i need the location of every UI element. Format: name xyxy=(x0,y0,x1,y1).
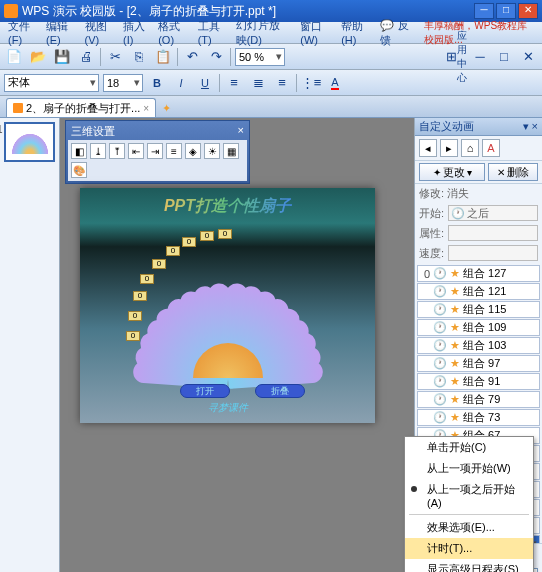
menu-insert[interactable]: 插入(I) xyxy=(119,17,152,48)
thumb-number: 1 xyxy=(0,124,3,135)
new-icon[interactable]: 📄 xyxy=(4,47,24,67)
ctx-timing[interactable]: 计时(T)... xyxy=(405,538,533,559)
3d-tilt-up-icon[interactable]: ⤒ xyxy=(109,143,125,159)
3d-color-icon[interactable]: 🎨 xyxy=(71,162,87,178)
panel-title: 自定义动画 xyxy=(419,119,474,134)
tab-label: 2、扇子的折叠与打开... xyxy=(26,101,140,116)
tab-new-icon[interactable]: ✦ xyxy=(160,100,173,117)
start-combo[interactable]: 🕐之后 xyxy=(448,205,538,221)
open-icon[interactable]: 📂 xyxy=(28,47,48,67)
tab-document[interactable]: 2、扇子的折叠与打开... × xyxy=(6,98,156,117)
menu-tools[interactable]: 工具(T) xyxy=(194,17,230,48)
property-combo[interactable] xyxy=(448,225,538,241)
anim-item[interactable]: 🕐★组合 115 xyxy=(417,301,540,318)
ctx-advanced-timeline[interactable]: 显示高级日程表(S) xyxy=(405,559,533,572)
anim-item[interactable]: 🕐★组合 91 xyxy=(417,373,540,390)
slide-open-button[interactable]: 打开 xyxy=(180,384,230,398)
slide-fold-button[interactable]: 折叠 xyxy=(255,384,305,398)
3d-tilt-left-icon[interactable]: ⇤ xyxy=(128,143,144,159)
anim-marker[interactable]: 0 xyxy=(152,259,166,269)
anim-marker[interactable]: 0 xyxy=(182,237,196,247)
3d-lighting-icon[interactable]: ☀ xyxy=(204,143,220,159)
menu-view[interactable]: 视图(V) xyxy=(81,17,118,48)
align-left-icon[interactable]: ≡ xyxy=(224,73,244,93)
anim-marker[interactable]: 0 xyxy=(126,331,140,341)
menu-edit[interactable]: 编辑(E) xyxy=(42,17,79,48)
slide-title[interactable]: PPT打造个性扇子 xyxy=(80,188,375,225)
anim-item[interactable]: 🕐★组合 79 xyxy=(417,391,540,408)
3d-tilt-right-icon[interactable]: ⇥ xyxy=(147,143,163,159)
anim-item[interactable]: 🕐★组合 73 xyxy=(417,409,540,426)
redo-icon[interactable]: ↷ xyxy=(206,47,226,67)
floatbar-close-icon[interactable]: × xyxy=(238,124,244,139)
modify-button[interactable]: ✦ 更改 ▾ xyxy=(419,163,485,181)
italic-icon[interactable]: I xyxy=(171,73,191,93)
ctx-after-prev[interactable]: 从上一项之后开始(A) xyxy=(405,479,533,512)
3d-tilt-down-icon[interactable]: ⤓ xyxy=(90,143,106,159)
fan-shape[interactable] xyxy=(128,268,328,378)
anim-item[interactable]: 🕐★组合 109 xyxy=(417,319,540,336)
speed-combo[interactable] xyxy=(448,245,538,261)
save-icon[interactable]: 💾 xyxy=(52,47,72,67)
anim-marker[interactable]: 0 xyxy=(166,246,180,256)
font-combo[interactable]: 宋体 xyxy=(4,74,99,92)
bold-icon[interactable]: B xyxy=(147,73,167,93)
anim-marker[interactable]: 0 xyxy=(128,311,142,321)
doc-close-icon[interactable]: ✕ xyxy=(518,47,538,67)
thumbnail-1[interactable]: 1 xyxy=(4,122,55,162)
app-icon xyxy=(4,4,18,18)
context-menu: 单击开始(C) 从上一项开始(W) 从上一项之后开始(A) 效果选项(E)...… xyxy=(404,436,534,572)
fontsize-combo[interactable]: 18 xyxy=(103,74,143,92)
underline-icon[interactable]: U xyxy=(195,73,215,93)
print-icon[interactable]: 🖨 xyxy=(76,47,96,67)
panel-prev-icon[interactable]: ◂ xyxy=(419,139,437,157)
menu-help[interactable]: 帮助(H) xyxy=(337,17,374,48)
anim-marker[interactable]: 0 xyxy=(200,231,214,241)
tab-close-icon[interactable]: × xyxy=(143,103,149,114)
anim-marker[interactable]: 0 xyxy=(133,291,147,301)
anim-item[interactable]: 🕐★组合 97 xyxy=(417,355,540,372)
align-center-icon[interactable]: ≣ xyxy=(248,73,268,93)
menu-format[interactable]: 格式(O) xyxy=(154,17,191,48)
doc-restore-icon[interactable]: □ xyxy=(494,47,514,67)
slide-thumbnails: 1 xyxy=(0,118,60,572)
slide-1[interactable]: PPT打造个性扇子 xyxy=(80,188,375,423)
slide-canvas[interactable]: 三维设置× ◧ ⤓ ⤒ ⇤ ⇥ ≡ ◈ ☀ ▦ 🎨 PPT打造个性扇子 xyxy=(60,118,414,572)
panel-dropdown-icon[interactable]: ▾ × xyxy=(523,120,538,133)
ctx-with-prev[interactable]: 从上一项开始(W) xyxy=(405,458,533,479)
paste-icon[interactable]: 📋 xyxy=(153,47,173,67)
menu-feedback[interactable]: 💬反馈 xyxy=(376,16,418,50)
panel-next-icon[interactable]: ▸ xyxy=(440,139,458,157)
undo-icon[interactable]: ↶ xyxy=(182,47,202,67)
appcenter-button[interactable]: ⊞ 应用中心 xyxy=(446,47,466,67)
menu-window[interactable]: 窗口(W) xyxy=(296,17,335,48)
zoom-combo[interactable]: 50 % xyxy=(235,48,285,66)
fontcolor-icon[interactable]: A xyxy=(325,73,345,93)
anim-marker[interactable]: 0 xyxy=(218,229,232,239)
bullets-icon[interactable]: ⋮≡ xyxy=(301,73,321,93)
delete-button[interactable]: ✕ 删除 xyxy=(488,163,538,181)
3d-direction-icon[interactable]: ◈ xyxy=(185,143,201,159)
floatbar-title: 三维设置 xyxy=(71,124,115,139)
menu-file[interactable]: 文件(F) xyxy=(4,17,40,48)
anim-marker[interactable]: 0 xyxy=(140,274,154,284)
slide-footer[interactable]: 寻梦课件 xyxy=(80,401,375,415)
promo-text[interactable]: 丰厚稿酬，WPS教程库校园版... xyxy=(420,17,538,49)
3d-surface-icon[interactable]: ▦ xyxy=(223,143,239,159)
anim-item[interactable]: 🕐★组合 121 xyxy=(417,283,540,300)
ctx-effect-options[interactable]: 效果选项(E)... xyxy=(405,517,533,538)
anim-item[interactable]: 0🕐★组合 127 xyxy=(417,265,540,282)
ctx-click-start[interactable]: 单击开始(C) xyxy=(405,437,533,458)
align-right-icon[interactable]: ≡ xyxy=(272,73,292,93)
menu-slideshow[interactable]: 幻灯片放映(D) xyxy=(232,16,295,50)
3d-depth-icon[interactable]: ≡ xyxy=(166,143,182,159)
3d-onoff-icon[interactable]: ◧ xyxy=(71,143,87,159)
anim-item[interactable]: 🕐★组合 103 xyxy=(417,337,540,354)
cut-icon[interactable]: ✂ xyxy=(105,47,125,67)
doc-min-icon[interactable]: ─ xyxy=(470,47,490,67)
document-tabs: 2、扇子的折叠与打开... × ✦ xyxy=(0,96,542,118)
panel-font-icon[interactable]: A xyxy=(482,139,500,157)
floating-toolbar-3d[interactable]: 三维设置× ◧ ⤓ ⤒ ⇤ ⇥ ≡ ◈ ☀ ▦ 🎨 xyxy=(65,120,250,184)
copy-icon[interactable]: ⎘ xyxy=(129,47,149,67)
panel-home-icon[interactable]: ⌂ xyxy=(461,139,479,157)
